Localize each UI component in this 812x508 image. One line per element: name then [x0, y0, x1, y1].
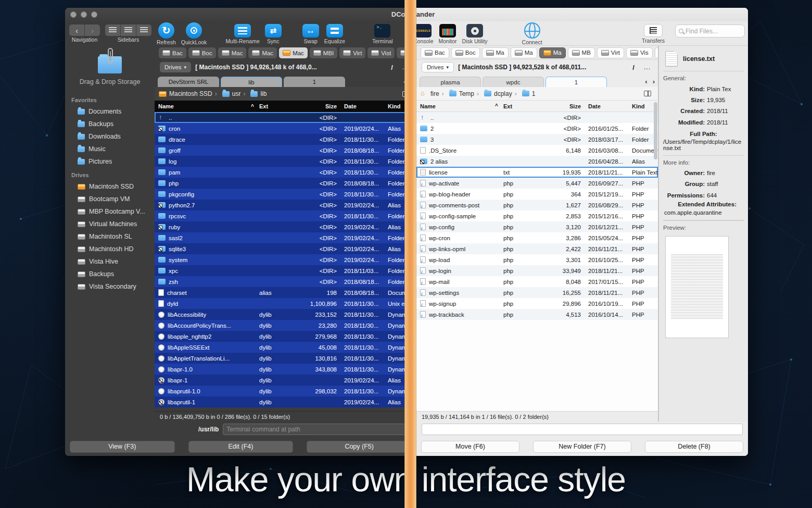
function-key-button[interactable]: Copy (F5)	[307, 441, 412, 453]
sidebar-item-favorite[interactable]: Documents	[65, 105, 155, 118]
file-row[interactable]: wp-trackback php 4,513 2016/10/14... PHP	[416, 309, 658, 320]
tab[interactable]: plasma	[420, 77, 481, 87]
sync-button[interactable]: ⇄ Sync	[265, 22, 282, 44]
column-size[interactable]: Size	[290, 103, 340, 109]
file-row[interactable]: libAccessibility dylib 233,152 2018/11/3…	[155, 309, 416, 320]
breadcrumb-item[interactable]: fire	[421, 90, 439, 97]
file-row[interactable]: zsh <DIR> 2018/08/18... Folder	[155, 276, 416, 287]
tab-next-icon[interactable]: ›	[653, 78, 655, 85]
file-row[interactable]: wp-cron php 3,286 2015/05/24... PHP	[416, 232, 658, 243]
drive-shortcut-button[interactable]: Vist	[367, 47, 395, 58]
sidebar-item-drive[interactable]: MBP Bootcamp V...	[65, 205, 155, 218]
breadcrumb-item[interactable]: lib	[243, 90, 267, 97]
file-row[interactable]: cron <DIR> 2019/02/24... Alias	[155, 123, 416, 134]
file-row[interactable]: sqlite3 <DIR> 2019/02/24... Alias	[155, 243, 416, 254]
scrollbar-thumb[interactable]	[654, 102, 657, 159]
sidebar-item-drive[interactable]: Virtual Machines	[65, 218, 155, 230]
tab[interactable]: DevStorm SRL	[158, 77, 219, 87]
file-row[interactable]: 2 <DIR> 2016/01/25... Folder	[416, 123, 658, 134]
zoom-button[interactable]	[91, 11, 97, 18]
disk-utility-button[interactable]: Disk Utility	[462, 22, 488, 44]
file-row[interactable]: libaprutil-1.0 dylib 298,032 2018/11/30.…	[155, 386, 416, 397]
terminal-command-input[interactable]	[223, 424, 411, 435]
drive-shortcut-button[interactable]: Ma	[511, 47, 537, 58]
file-row[interactable]: wp-activate php 5,447 2016/09/27... PHP	[416, 178, 658, 189]
forward-button[interactable]: ›	[85, 24, 100, 36]
minimize-button[interactable]	[81, 11, 87, 18]
terminal-command-input[interactable]	[422, 424, 743, 435]
file-row[interactable]: wp-blog-header php 364 2015/12/19... PHP	[416, 189, 658, 200]
sidebar-columns-icon[interactable]	[121, 24, 136, 36]
file-row[interactable]: libapr-1.0 dylib 343,808 2018/11/30... D…	[155, 364, 416, 375]
column-name[interactable]: Name	[416, 103, 495, 109]
swap-button[interactable]: ↔ Swap	[302, 22, 319, 44]
function-key-button[interactable]: View (F3)	[70, 441, 175, 453]
path-menu-button[interactable]: ...	[644, 64, 651, 71]
drive-shortcut-button[interactable]: Bac	[421, 47, 449, 58]
file-row[interactable]: php <DIR> 2018/08/18... Folder	[155, 178, 416, 189]
drive-shortcut-button[interactable]: Boc	[188, 47, 216, 58]
drive-shortcut-button[interactable]: Boc	[451, 47, 480, 58]
file-row[interactable]: wp-load php 3,301 2016/10/25... PHP	[416, 254, 658, 265]
root-path-indicator[interactable]: /	[632, 64, 635, 71]
column-date[interactable]: Date	[584, 103, 632, 109]
terminal-button[interactable]: >. Terminal	[372, 22, 393, 44]
sidebar-item-drive[interactable]: Vista Secondary	[65, 280, 155, 293]
file-row[interactable]: xpc <DIR> 2018/11/03... Folder	[155, 265, 416, 276]
drive-shortcut-button[interactable]: Ma	[482, 47, 509, 58]
file-row[interactable]: libapple_nghttp2 dylib 279,968 2018/11/3…	[155, 331, 416, 342]
bookmarks-button[interactable]	[641, 89, 654, 98]
drive-shortcut-button[interactable]: MBI	[310, 47, 337, 58]
drives-dropdown[interactable]: Drives ▾	[422, 62, 454, 72]
function-key-button[interactable]: Delete (F8)	[645, 441, 743, 453]
tab[interactable]: 1	[284, 77, 345, 87]
file-row[interactable]: sasl2 <DIR> 2019/02/24... Folder	[155, 232, 416, 243]
transfers-button[interactable]: Transfers	[642, 22, 665, 44]
drive-shortcut-button[interactable]: Mac	[248, 47, 277, 58]
file-row[interactable]: ruby <DIR> 2019/02/24... Alias	[155, 221, 416, 232]
sidebar-item-drive[interactable]: Backups	[65, 268, 155, 280]
column-size[interactable]: Size	[535, 103, 584, 109]
file-row[interactable]: wp-config-sample php 2,853 2015/12/16...…	[416, 210, 658, 221]
tab-prev-icon[interactable]: ‹	[645, 78, 647, 85]
equalize-button[interactable]: Equalize	[324, 22, 345, 44]
column-name[interactable]: Name	[155, 103, 251, 109]
file-row[interactable]: wp-config php 3,120 2016/12/21... PHP	[416, 221, 658, 232]
file-row[interactable]: wp-comments-post php 1,627 2016/08/29...…	[416, 200, 658, 210]
file-row[interactable]: dyld 1,100,896 2018/11/30... Unix exec	[155, 298, 416, 309]
tab[interactable]: 1	[545, 77, 607, 87]
breadcrumb-item[interactable]: dcplay	[477, 90, 512, 97]
monitor-button[interactable]: Monitor	[439, 22, 457, 44]
file-row[interactable]: dtrace <DIR> 2018/11/30... Folder	[155, 134, 416, 145]
file-row[interactable]: libAccountPolicyTrans... dylib 23,280 20…	[155, 320, 416, 331]
sidebar-item-favorite[interactable]: Music	[65, 143, 155, 155]
breadcrumb-item[interactable]: usr	[215, 90, 241, 97]
column-ext[interactable]: Ext	[503, 103, 535, 109]
titlebar-left[interactable]: DCommander	[65, 8, 416, 21]
breadcrumb-item[interactable]: Temp	[442, 90, 474, 97]
breadcrumb-item[interactable]: 1	[515, 90, 536, 97]
function-key-button[interactable]: Edit (F4)	[188, 441, 294, 453]
sidebar-item-drive[interactable]: Macintosh SSD	[65, 180, 155, 193]
function-key-button[interactable]: New Folder (F7)	[533, 441, 631, 453]
tab[interactable]: lib	[221, 77, 282, 87]
sidebar-list-icon[interactable]	[105, 24, 120, 36]
file-row[interactable]: wp-settings php 16,255 2018/11/21... PHP	[416, 287, 658, 298]
column-date[interactable]: Date	[340, 103, 388, 109]
drive-shortcut-button[interactable]: Mac	[218, 47, 247, 58]
drive-shortcut-button[interactable]: Virt	[339, 47, 365, 58]
file-row[interactable]: license txt 19,935 2018/11/21... Plain T…	[416, 167, 658, 178]
file-row[interactable]: groff <DIR> 2018/08/18... Folder	[155, 145, 416, 156]
file-row[interactable]: pkgconfig <DIR> 2018/11/30... Folder	[155, 189, 416, 200]
file-row[interactable]: wp-login php 33,949 2018/11/21... PHP	[416, 265, 658, 276]
drive-shortcut-button[interactable]: Virt	[597, 47, 624, 58]
drive-shortcut-button[interactable]: Mac	[279, 47, 308, 58]
breadcrumb-item[interactable]: Macintosh SSD	[159, 90, 212, 97]
multi-rename-button[interactable]: Multi-Rename	[225, 22, 259, 44]
find-files-search[interactable]	[675, 24, 745, 38]
drive-shortcut-button[interactable]: Bac	[159, 47, 186, 58]
refresh-button[interactable]: ↻ Refresh	[157, 22, 176, 45]
drive-shortcut-button[interactable]: Ma	[539, 47, 566, 58]
sidebar-item-favorite[interactable]: Pictures	[65, 155, 155, 168]
connect-button[interactable]: Connect	[522, 22, 542, 45]
